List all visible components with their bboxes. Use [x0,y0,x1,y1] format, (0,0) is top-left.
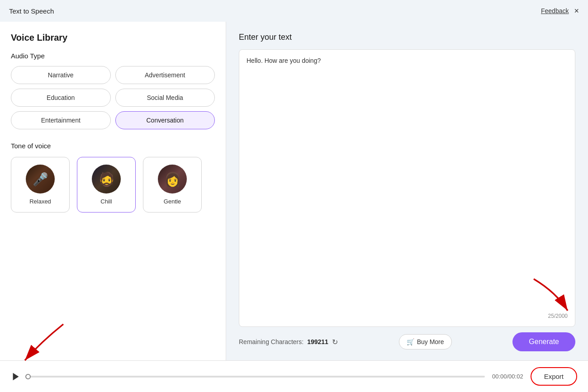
tone-gentle-label: Gentle [164,198,181,205]
progress-container [28,376,485,378]
audio-type-conversation[interactable]: Conversation [115,111,215,129]
text-input[interactable]: Hello. How are you doing? [247,57,568,309]
text-area-wrapper: Hello. How are you doing? 25/2000 [239,49,575,327]
audio-type-label: Audio Type [11,52,215,60]
audio-type-social-media[interactable]: Social Media [115,89,215,107]
enter-text-title: Enter your text [239,33,575,42]
progress-thumb[interactable] [25,374,31,379]
play-button[interactable] [11,372,21,382]
avatar-chill [92,165,121,194]
audio-type-education[interactable]: Education [11,89,111,107]
avatar-gentle [158,165,187,194]
audio-type-grid: Narrative Advertisement Education Social… [11,66,215,129]
audio-type-advertisement[interactable]: Advertisement [115,66,215,84]
audio-type-narrative[interactable]: Narrative [11,66,111,84]
right-panel: Enter your text Hello. How are you doing… [226,22,588,360]
tone-chill-label: Chill [100,198,112,205]
feedback-link[interactable]: Feedback [541,7,569,14]
buy-more-icon: 🛒 [407,338,414,345]
tone-relaxed-label: Relaxed [29,198,51,205]
playback-bar: 00:00/00:02 Export [0,360,588,392]
tone-chill[interactable]: Chill [77,157,136,213]
play-icon [11,372,21,382]
app-title: Text to Speech [9,7,54,15]
tone-relaxed[interactable]: Relaxed [11,157,70,213]
voice-library-title: Voice Library [11,33,215,43]
bottom-bar: Remaining Characters: 199211 ↻ 🛒 Buy Mor… [239,332,575,351]
remaining-count: 199211 [307,338,328,345]
generate-button[interactable]: Generate [512,332,575,351]
audio-type-entertainment[interactable]: Entertainment [11,111,111,129]
tone-grid: Relaxed Chill Gentle [11,157,215,213]
left-panel: Voice Library Audio Type Narrative Adver… [0,22,226,360]
time-display: 00:00/00:02 [492,373,523,380]
export-button[interactable]: Export [531,367,577,386]
remaining-chars: Remaining Characters: 199211 ↻ [239,338,338,346]
main-layout: Voice Library Audio Type Narrative Adver… [0,22,588,360]
char-count: 25/2000 [247,313,568,319]
buy-more-button[interactable]: 🛒 Buy More [399,334,452,349]
title-bar: Text to Speech Feedback × [0,0,588,22]
tone-gentle[interactable]: Gentle [143,157,202,213]
title-bar-actions: Feedback × [541,7,579,15]
refresh-icon[interactable]: ↻ [332,338,338,346]
close-button[interactable]: × [574,7,579,15]
avatar-relaxed [26,165,55,194]
remaining-label: Remaining Characters: [239,338,303,345]
buy-more-label: Buy More [417,338,444,345]
progress-track[interactable] [28,376,485,378]
tone-label: Tone of voice [11,142,215,150]
svg-marker-0 [13,373,19,380]
